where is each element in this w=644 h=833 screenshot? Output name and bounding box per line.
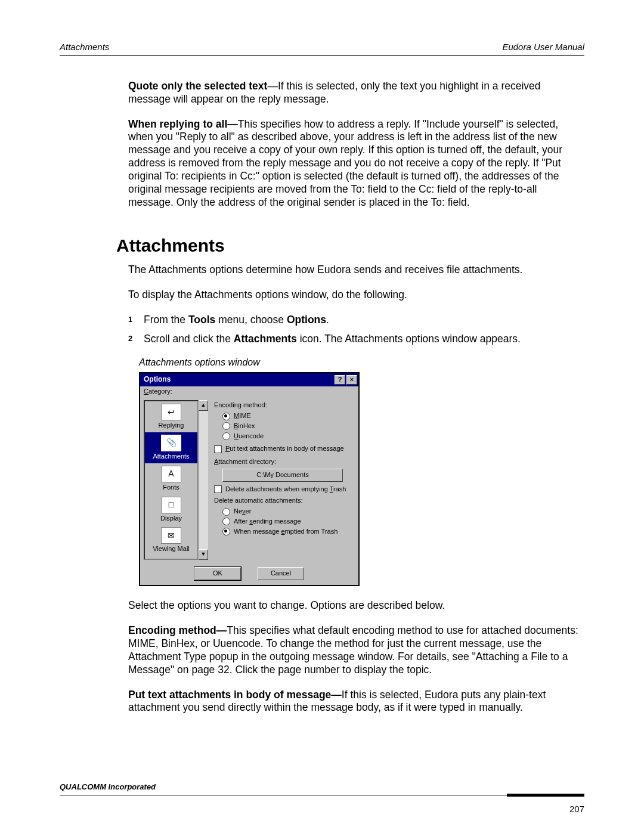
step-2: 2 Scroll and click the Attachments icon.… — [128, 333, 584, 346]
radio-never[interactable]: Never — [222, 507, 352, 516]
checkbox-icon — [214, 445, 222, 453]
scroll-up-button[interactable]: ▲ — [199, 400, 208, 411]
close-button[interactable]: × — [346, 375, 357, 385]
checkbox-delete-trash[interactable]: Delete attachments when emptying Trash — [214, 485, 352, 494]
category-label-text: Viewing Mail — [146, 545, 196, 553]
attachment-directory-label: Attachment directory: — [214, 458, 352, 466]
dialog-title: Options — [144, 375, 333, 384]
radio-uuencode[interactable]: Uuencode — [222, 432, 352, 441]
page-header: Attachments Eudora User Manual — [60, 42, 584, 56]
category-label-text: Fonts — [146, 484, 196, 492]
category-fonts[interactable]: A Fonts — [145, 463, 197, 494]
radio-icon — [222, 528, 230, 535]
category-scrollbar[interactable]: ▲ ▼ — [199, 400, 208, 560]
step-num: 1 — [128, 314, 144, 327]
para-puttext: Put text attachments in body of message—… — [128, 689, 584, 715]
options-dialog: Options ? × Category: ↩ Replying — [139, 372, 360, 587]
manual-page: Attachments Eudora User Manual Quote onl… — [0, 0, 644, 833]
category-label-text: Display — [146, 515, 196, 523]
category-label: Category: — [140, 386, 358, 397]
checkbox-icon — [214, 485, 222, 493]
checkbox-put-text[interactable]: Put text attachments in body of message — [214, 445, 352, 453]
step-1: 1 From the Tools menu, choose Options. — [128, 314, 584, 327]
fonts-icon: A — [161, 466, 181, 482]
category-viewing-mail[interactable]: ✉ Viewing Mail — [145, 525, 197, 556]
radio-binhex[interactable]: BinHex — [222, 422, 352, 431]
header-right: Eudora User Manual — [502, 42, 584, 53]
para-quote: Quote only the selected text—If this is … — [128, 80, 584, 106]
encoding-bold: Encoding method— — [128, 624, 227, 636]
after-p1: Select the options you want to change. O… — [128, 599, 584, 612]
step-text: From the Tools menu, choose Options. — [144, 314, 584, 327]
section-p2: To display the Attachments options windo… — [128, 289, 584, 302]
titlebar: Options ? × — [140, 373, 358, 386]
scroll-down-button[interactable]: ▼ — [199, 549, 208, 560]
steps-list: 1 From the Tools menu, choose Options. 2… — [128, 314, 584, 346]
display-icon: □ — [161, 497, 181, 513]
category-list[interactable]: ↩ Replying 📎 Attachments A Fonts — [144, 400, 199, 560]
attachments-icon: 📎 — [161, 435, 181, 451]
step-text: Scroll and click the Attachments icon. T… — [144, 333, 584, 346]
settings-pane: Encoding method: MIME BinHex Uuencode — [208, 400, 355, 560]
figure-caption: Attachments options window — [139, 357, 584, 368]
attachment-directory-button[interactable]: C:\My Documents — [222, 469, 343, 482]
category-label-text: Attachments — [146, 453, 196, 461]
help-button[interactable]: ? — [335, 375, 345, 385]
scroll-track[interactable] — [199, 411, 208, 549]
radio-icon — [222, 518, 230, 525]
radio-after-sending[interactable]: After sending message — [222, 518, 352, 526]
step-num: 2 — [128, 333, 144, 346]
page-number: 207 — [569, 804, 584, 815]
radio-icon — [222, 508, 230, 516]
reply-bold: When replying to all— — [128, 118, 238, 130]
replying-icon: ↩ — [161, 404, 181, 420]
cancel-button[interactable]: Cancel — [258, 567, 304, 580]
radio-mime[interactable]: MIME — [222, 412, 352, 420]
category-display[interactable]: □ Display — [145, 494, 197, 525]
radio-icon — [222, 413, 230, 420]
footer-company: QUALCOMM Incorporated — [60, 782, 156, 792]
category-attachments[interactable]: 📎 Attachments — [145, 432, 197, 463]
category-sidebar: ↩ Replying 📎 Attachments A Fonts — [144, 400, 208, 560]
section-p1: The Attachments options determine how Eu… — [128, 264, 584, 277]
quote-bold: Quote only the selected text — [128, 80, 267, 92]
dialog-buttons: OK Cancel — [140, 563, 358, 585]
para-reply: When replying to all—This specifies how … — [128, 118, 584, 209]
category-replying[interactable]: ↩ Replying — [145, 401, 197, 432]
header-left: Attachments — [60, 42, 109, 53]
encoding-method-label: Encoding method: — [214, 401, 352, 410]
page-footer: QUALCOMM Incorporated — [60, 782, 584, 797]
category-label-text: Replying — [146, 422, 196, 430]
radio-icon — [222, 432, 230, 440]
section-heading: Attachments — [116, 234, 584, 257]
delete-auto-label: Delete automatic attachments: — [214, 497, 352, 505]
para-encoding: Encoding method—This specifies what defa… — [128, 624, 584, 677]
footer-rule — [60, 794, 584, 797]
reply-text: This specifies how to address a reply. I… — [128, 118, 562, 208]
radio-icon — [222, 422, 230, 430]
ok-button[interactable]: OK — [194, 567, 241, 580]
radio-when-emptied[interactable]: When message emptied from Trash — [222, 528, 352, 536]
puttext-bold: Put text attachments in body of message— — [128, 689, 342, 701]
viewing-mail-icon: ✉ — [161, 527, 181, 544]
